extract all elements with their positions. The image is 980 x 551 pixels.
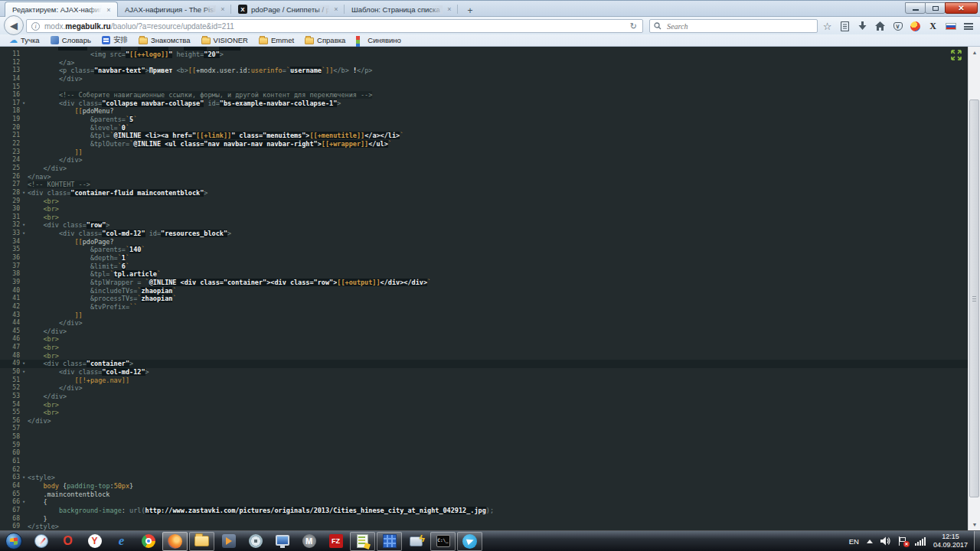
action-center-flag-icon[interactable]: ✕ <box>898 536 907 546</box>
tab-close-icon[interactable]: × <box>105 6 113 14</box>
search-input[interactable] <box>665 21 813 31</box>
fold-toggle-icon[interactable]: ▾ <box>20 99 28 108</box>
taskbar-telegram-button[interactable] <box>457 532 482 551</box>
tab-close-icon[interactable]: × <box>219 5 227 13</box>
code-editor[interactable]: 11 <img src="[[++logo]]" height="20">12 … <box>0 47 968 530</box>
code-text: <img src="[[++logo]]" height="20"> <box>28 51 968 59</box>
scrollbar-thumb[interactable] <box>969 99 979 497</box>
taskbar-firefox-button[interactable] <box>162 532 188 551</box>
taskbar-winscp-button[interactable]: ϟ <box>403 532 429 551</box>
downloads-icon[interactable] <box>854 18 871 34</box>
taskbar-torrent-grid-button[interactable] <box>377 532 402 551</box>
hidden-icons-arrow[interactable] <box>867 540 873 543</box>
window-controls: ✕ <box>906 2 978 14</box>
code-text: body {padding-top:50px} <box>28 482 968 491</box>
tab-close-icon[interactable]: × <box>446 5 453 13</box>
taskbar-disc-burner-button[interactable] <box>243 532 268 551</box>
code-text: background-image: url(http://www.zastavk… <box>28 507 968 515</box>
scroll-up-arrow[interactable]: ▲ <box>969 47 980 58</box>
pocket-icon[interactable]: ∨ <box>889 18 906 34</box>
language-indicator[interactable]: EN <box>849 537 859 546</box>
page-scrollbar[interactable]: ▲ ▼ <box>968 47 980 530</box>
code-text: </div> <box>28 384 968 393</box>
show-desktop-button[interactable] <box>974 531 980 551</box>
gutter-line-number: 34 <box>0 238 20 246</box>
reload-icon[interactable]: ↻ <box>628 21 639 31</box>
taskbar-windows-explorer-button[interactable] <box>189 532 214 551</box>
browser-tab-1[interactable]: Редактируем: AJAX-нафигиция× <box>5 2 118 17</box>
gutter-spacer <box>20 384 28 393</box>
gutter-line-number: 37 <box>0 262 20 271</box>
back-button[interactable]: ◀ <box>4 15 24 35</box>
browser-tab-2[interactable]: AJAX-нафигиция - The Pisicks× <box>118 2 231 17</box>
close-button[interactable]: ✕ <box>945 2 978 14</box>
menu-hamburger-icon[interactable] <box>959 18 977 34</box>
bookmark-item-5[interactable]: VISIONER <box>196 35 253 46</box>
volume-icon[interactable] <box>880 536 890 546</box>
fold-toggle-icon[interactable]: ▾ <box>20 230 28 238</box>
restore-button[interactable] <box>925 2 946 14</box>
code-text <box>28 425 968 433</box>
navigation-toolbar: ◀ i modx.megabulk.ru/baoluo/?a=resource/… <box>0 16 980 34</box>
taskbar-internet-explorer-button[interactable]: e <box>109 532 134 551</box>
bookmark-star-icon[interactable]: ☆ <box>818 18 836 34</box>
search-bar[interactable] <box>649 19 818 33</box>
gutter-spacer <box>20 491 28 499</box>
code-text: .maincontentblock <box>28 491 968 499</box>
gutter-line-number: 38 <box>0 270 20 279</box>
proxy-ball-icon[interactable] <box>906 18 924 34</box>
fold-toggle-icon[interactable]: ▾ <box>20 189 28 197</box>
taskbar-chrome-button[interactable] <box>136 532 161 551</box>
code-line-32: 32▾ <div class="row"> <box>0 221 968 230</box>
home-icon[interactable] <box>871 18 889 34</box>
russian-flag-icon[interactable] <box>942 18 959 34</box>
url-bar[interactable]: i modx.megabulk.ru/baoluo/?a=resource/up… <box>26 19 643 33</box>
gutter-line-number: 23 <box>0 148 20 157</box>
system-tray: EN ✕ 12:1504.09.2017 <box>845 531 980 551</box>
bookmark-item-3[interactable]: 安排 <box>96 35 133 46</box>
taskbar-media-player-button[interactable] <box>216 532 241 551</box>
clock[interactable]: 12:1504.09.2017 <box>933 533 968 549</box>
taskbar-filezilla-button[interactable]: FZ <box>323 532 348 551</box>
scroll-down-arrow[interactable]: ▼ <box>969 519 980 530</box>
fold-toggle-icon[interactable]: ▾ <box>20 474 28 482</box>
fold-toggle-icon[interactable]: ▾ <box>20 498 28 507</box>
bookmark-item-6[interactable]: Emmet <box>253 35 299 46</box>
browser-tab-4[interactable]: Шаблон: Страница списка | MO× <box>345 2 458 17</box>
taskbar-mediaget-button[interactable]: M <box>296 532 322 551</box>
fold-toggle-icon[interactable]: ▾ <box>20 368 28 377</box>
browser-tab-3[interactable]: XpdoPage / Сниппеты / pdoT× <box>231 2 345 17</box>
bookmark-item-7[interactable]: Справка <box>299 35 351 46</box>
tab-close-icon[interactable]: × <box>332 5 340 13</box>
bookmark-item-8[interactable]: Синявино <box>351 35 406 46</box>
gutter-line-number: 66 <box>0 498 20 507</box>
taskbar-command-prompt-button[interactable]: C:\_ <box>430 532 456 551</box>
code-line-41: 41 &processTVs=`zhaopian` <box>0 295 968 303</box>
site-info-icon[interactable]: i <box>31 22 40 31</box>
bookmark-item-4[interactable]: Знакомства <box>133 35 196 46</box>
code-line-58: 58 <box>0 433 968 442</box>
fold-toggle-icon[interactable]: ▾ <box>20 360 28 368</box>
new-tab-button[interactable]: + <box>461 4 479 17</box>
taskbar-safari-button[interactable] <box>28 532 54 551</box>
bookmark-item-1[interactable]: ☁Тучка <box>4 35 45 46</box>
code-line-49: 49▾ <div class="container"> <box>0 360 968 368</box>
translator-x-icon[interactable]: X <box>924 18 942 34</box>
taskbar-remote-desktop-button[interactable] <box>270 532 295 551</box>
gutter-line-number: 51 <box>0 377 20 385</box>
code-line-21: 21 &tpl=`@INLINE <li><a href="[[+link]]"… <box>0 132 968 140</box>
bookmark-item-2[interactable]: Словарь <box>45 35 96 46</box>
code-text: <style> <box>28 474 968 482</box>
taskbar-yandex-browser-button[interactable]: Y <box>82 532 107 551</box>
taskbar-notepad-editor-button[interactable] <box>350 532 375 551</box>
fold-toggle-icon[interactable]: ▾ <box>20 221 28 230</box>
minimize-button[interactable] <box>905 2 926 14</box>
network-signal-icon[interactable] <box>915 537 926 546</box>
gutter-line-number: 64 <box>0 482 20 491</box>
start-button[interactable] <box>2 532 25 551</box>
code-line-55: 55 <br> <box>0 409 968 417</box>
fullscreen-expand-icon[interactable] <box>951 50 962 60</box>
taskbar-opera-button[interactable]: O <box>55 532 80 551</box>
reading-list-icon[interactable] <box>836 18 854 34</box>
code-line-35: 35 &parents=`140` <box>0 246 968 254</box>
